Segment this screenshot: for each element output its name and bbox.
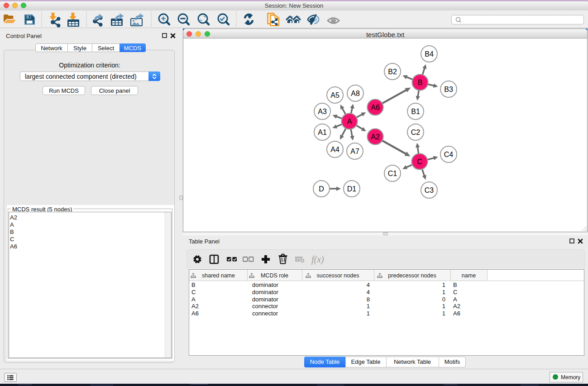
svg-text:C3: C3 [425,186,434,194]
svg-text:D: D [319,185,324,193]
svg-text:C4: C4 [444,151,454,158]
svg-text:A4: A4 [330,146,339,153]
svg-text:A5: A5 [330,91,339,99]
svg-text:B2: B2 [388,68,397,76]
svg-text:A: A [347,118,352,125]
svg-text:C: C [417,158,422,166]
svg-text:A1: A1 [318,129,327,136]
svg-text:C2: C2 [411,129,421,136]
svg-text:A8: A8 [351,90,360,97]
svg-text:D1: D1 [347,185,357,193]
svg-text:A3: A3 [318,108,327,115]
svg-text:B4: B4 [425,50,434,58]
svg-text:B1: B1 [411,108,420,115]
svg-text:C1: C1 [388,170,397,177]
svg-text:B3: B3 [444,86,453,93]
svg-text:A7: A7 [350,148,359,155]
svg-text:A2: A2 [371,133,380,141]
svg-text:f(x): f(x) [311,254,324,265]
svg-text:B: B [418,79,423,86]
svg-text:A6: A6 [371,104,380,111]
